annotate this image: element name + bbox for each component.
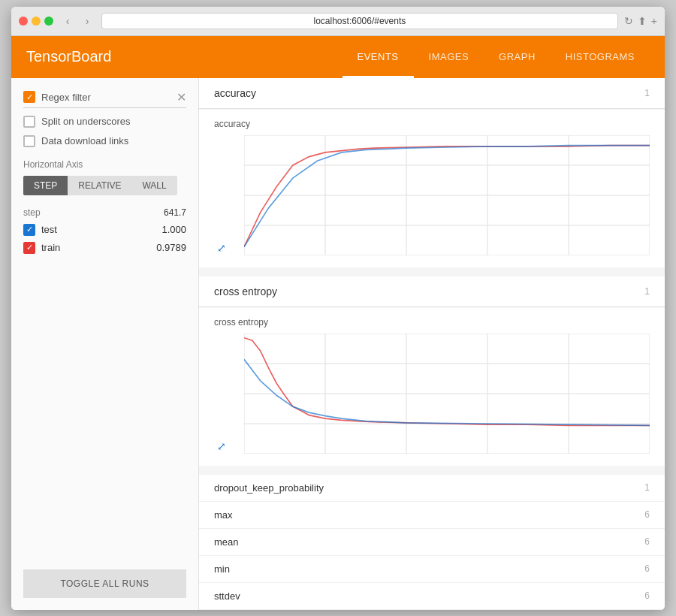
- share-icon[interactable]: ⬆: [638, 15, 647, 27]
- main-content: accuracy 1 accuracy ⤢: [199, 78, 665, 610]
- cross-entropy-section-title: cross entropy: [214, 285, 277, 297]
- accuracy-section-title: accuracy: [214, 87, 256, 99]
- toggle-all-runs-button[interactable]: TOGGLE ALL RUNS: [23, 569, 186, 598]
- nav-buttons: ‹ ›: [59, 13, 95, 29]
- dropout-metric-count: 1: [644, 482, 650, 494]
- accuracy-chart-container: accuracy ⤢: [199, 110, 665, 267]
- runs-section: step 641.7 ✓ test 1.000 ✓ train 0.9789: [23, 207, 186, 254]
- filter-input-row: ✓ Regex filter ✕: [23, 90, 186, 108]
- back-button[interactable]: ‹: [59, 13, 76, 29]
- split-underscores-label: Split on underscores: [41, 116, 131, 127]
- cross-entropy-chart-container: cross entropy ⤢: [199, 308, 665, 466]
- app-header: TensorBoard EVENTS IMAGES GRAPH HISTOGRA…: [11, 36, 665, 78]
- maximize-button[interactable]: [44, 17, 53, 26]
- mean-metric-row: mean 6: [199, 529, 665, 556]
- data-download-row: Data download links: [23, 135, 186, 147]
- browser-chrome: ‹ › localhost:6006/#events ↻ ⬆ +: [11, 7, 665, 36]
- app-title: TensorBoard: [26, 48, 343, 65]
- add-tab-icon[interactable]: +: [651, 15, 657, 27]
- run-name-test: test: [41, 224, 155, 235]
- axis-buttons: STEP RELATIVE WALL: [23, 176, 186, 195]
- mean-metric-name: mean: [214, 536, 239, 548]
- tab-histograms[interactable]: HISTOGRAMS: [551, 36, 650, 78]
- max-metric-count: 6: [644, 509, 650, 521]
- min-metric-count: 6: [644, 563, 650, 575]
- max-metric-name: max: [214, 509, 233, 521]
- close-button[interactable]: [19, 17, 28, 26]
- cross-entropy-section-count: 1: [644, 286, 650, 297]
- filter-checkbox-icon: ✓: [23, 91, 35, 103]
- run-value-test: 1.000: [161, 224, 186, 235]
- accuracy-chart-title: accuracy: [214, 119, 650, 129]
- runs-header: step 641.7: [23, 207, 186, 218]
- run-checkbox-train[interactable]: ✓: [23, 242, 35, 254]
- tab-graph[interactable]: GRAPH: [484, 36, 551, 78]
- cross-entropy-section-header: cross entropy 1: [199, 276, 665, 307]
- sidebar: ✓ Regex filter ✕ Split on underscores Da…: [11, 78, 199, 610]
- browser-window: ‹ › localhost:6006/#events ↻ ⬆ + TensorB…: [11, 7, 665, 610]
- run-item-test: ✓ test 1.000: [23, 224, 186, 236]
- split-underscores-row: Split on underscores: [23, 116, 186, 128]
- data-download-label: Data download links: [41, 135, 128, 146]
- cross-entropy-expand-icon[interactable]: ⤢: [217, 440, 226, 452]
- run-checkbox-test[interactable]: ✓: [23, 224, 35, 236]
- run-value-train: 0.9789: [156, 242, 186, 253]
- nav-tabs: EVENTS IMAGES GRAPH HISTOGRAMS: [343, 36, 650, 78]
- forward-button[interactable]: ›: [79, 13, 95, 29]
- mean-metric-count: 6: [644, 536, 650, 548]
- axis-step-button[interactable]: STEP: [23, 176, 68, 195]
- tab-events[interactable]: EVENTS: [343, 36, 414, 78]
- filter-section: ✓ Regex filter ✕ Split on underscores Da…: [23, 90, 186, 147]
- accuracy-chart-svg: 0.900 0.700 0.500 0.300 0.000 200.0 400.…: [244, 135, 650, 255]
- dropout-metric-name: dropout_keep_probability: [214, 482, 324, 494]
- filter-label: Regex filter: [41, 92, 171, 103]
- axis-section: Horizontal Axis STEP RELATIVE WALL: [23, 159, 186, 195]
- accuracy-section-count: 1: [644, 88, 650, 98]
- axis-wall-button[interactable]: WALL: [131, 176, 177, 195]
- axis-title: Horizontal Axis: [23, 159, 186, 170]
- accuracy-chart-area: ⤢: [244, 135, 650, 255]
- minimize-button[interactable]: [32, 17, 41, 26]
- min-metric-name: min: [214, 563, 230, 575]
- sttdev-metric-count: 6: [644, 590, 650, 602]
- app-body: ✓ Regex filter ✕ Split on underscores Da…: [11, 78, 665, 610]
- tab-images[interactable]: IMAGES: [414, 36, 484, 78]
- filter-clear-button[interactable]: ✕: [177, 90, 186, 104]
- cross-entropy-chart-svg: 120 80.0 40.0 0.00 0.000 200.0 400.0 600…: [244, 334, 650, 454]
- browser-icons: ↻ ⬆ +: [624, 15, 657, 27]
- step-value: 641.7: [164, 207, 186, 218]
- max-metric-row: max 6: [199, 502, 665, 529]
- refresh-icon[interactable]: ↻: [624, 15, 633, 27]
- accuracy-expand-icon[interactable]: ⤢: [217, 242, 226, 254]
- traffic-lights: [19, 17, 53, 26]
- run-item-train: ✓ train 0.9789: [23, 242, 186, 254]
- accuracy-section-header: accuracy 1: [199, 78, 665, 109]
- axis-relative-button[interactable]: RELATIVE: [68, 176, 131, 195]
- data-download-checkbox[interactable]: [23, 135, 35, 147]
- dropout-metric-row: dropout_keep_probability 1: [199, 475, 665, 502]
- sttdev-metric-name: sttdev: [214, 590, 240, 602]
- split-underscores-checkbox[interactable]: [23, 116, 35, 128]
- step-label: step: [23, 207, 41, 218]
- sttdev-metric-row: sttdev 6: [199, 583, 665, 610]
- min-metric-row: min 6: [199, 556, 665, 583]
- address-bar[interactable]: localhost:6006/#events: [101, 13, 618, 29]
- cross-entropy-chart-area: ⤢ 120: [244, 334, 650, 454]
- cross-entropy-chart-title: cross entropy: [214, 317, 650, 328]
- run-name-train: train: [41, 242, 150, 253]
